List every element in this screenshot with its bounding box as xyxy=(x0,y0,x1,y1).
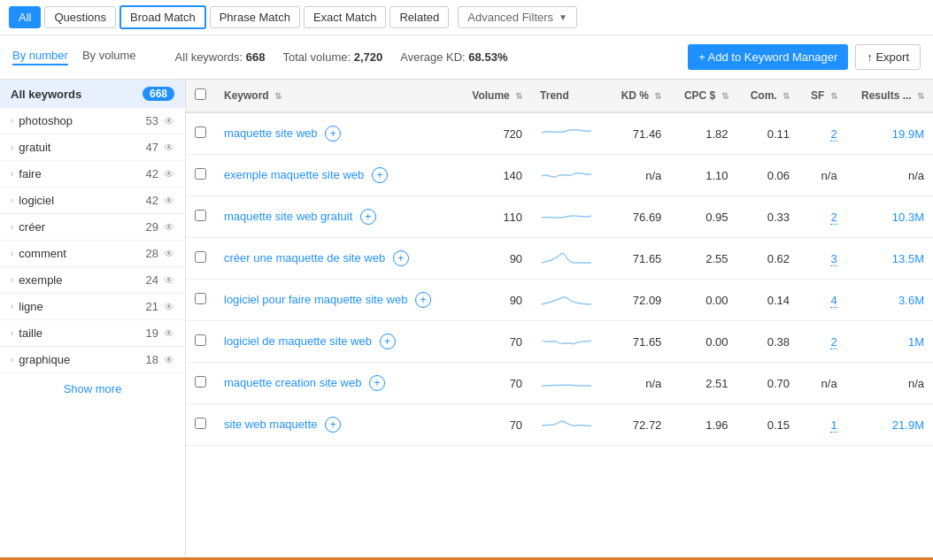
sf-link[interactable]: 2 xyxy=(830,335,837,349)
kd-cell: 76.69 xyxy=(607,196,670,238)
row-checkbox[interactable] xyxy=(195,376,206,387)
sf-link[interactable]: 2 xyxy=(830,127,837,142)
advanced-filters-dropdown[interactable]: Advanced Filters ▼ xyxy=(458,6,577,28)
eye-icon[interactable]: 👁 xyxy=(164,195,174,207)
eye-icon[interactable]: 👁 xyxy=(164,142,174,154)
add-keyword-button[interactable]: + xyxy=(360,209,376,225)
total-volume-label: Total volume: 2,720 xyxy=(282,50,382,64)
eye-icon[interactable]: 👁 xyxy=(164,115,174,127)
com-cell: 0.62 xyxy=(737,238,798,280)
com-cell: 0.15 xyxy=(737,404,798,446)
com-column-header[interactable]: Com. ⇅ xyxy=(737,80,798,112)
cpc-column-header[interactable]: CPC $ ⇅ xyxy=(670,80,736,112)
sidebar-chevron-icon: › xyxy=(11,275,13,285)
filter-btn-questions[interactable]: Questions xyxy=(44,6,116,28)
tab-by-volume[interactable]: By volume xyxy=(82,49,136,65)
add-keyword-button[interactable]: + xyxy=(325,126,341,142)
keyword-link[interactable]: maquette site web gratuit xyxy=(224,210,352,223)
sidebar-chevron-icon: › xyxy=(11,196,13,205)
row-checkbox[interactable] xyxy=(195,168,206,180)
sidebar-header: All keywords 668 xyxy=(0,80,185,108)
eye-icon[interactable]: 👁 xyxy=(164,221,174,234)
sidebar-item[interactable]: › graphique 18 👁 xyxy=(0,347,185,373)
row-checkbox[interactable] xyxy=(195,251,206,263)
eye-icon[interactable]: 👁 xyxy=(164,301,174,313)
volume-cell: 110 xyxy=(458,196,531,238)
volume-column-header[interactable]: Volume ⇅ xyxy=(458,80,531,112)
filter-btn-broad-match[interactable]: Broad Match xyxy=(120,5,206,29)
keyword-link[interactable]: maquette site web xyxy=(224,127,318,140)
filter-btn-phrase-match[interactable]: Phrase Match xyxy=(210,6,300,28)
row-checkbox[interactable] xyxy=(195,334,206,346)
add-keyword-button[interactable]: + xyxy=(393,250,409,266)
cpc-cell: 1.96 xyxy=(670,404,736,446)
filter-btn-exact-match[interactable]: Exact Match xyxy=(304,6,387,28)
stats-bar: By number By volume All keywords: 668 To… xyxy=(0,35,933,80)
sidebar-chevron-icon: › xyxy=(11,328,13,338)
sidebar-item[interactable]: › logiciel 42 👁 xyxy=(0,188,185,214)
keyword-link[interactable]: maquette creation site web xyxy=(224,376,361,389)
sidebar-all-keywords-label: All keywords xyxy=(11,88,81,101)
results-column-header[interactable]: Results ... ⇅ xyxy=(846,80,933,112)
select-all-header[interactable] xyxy=(186,80,215,112)
keyword-link[interactable]: logiciel de maquette site web xyxy=(224,334,372,348)
select-all-checkbox[interactable] xyxy=(195,88,206,100)
row-checkbox[interactable] xyxy=(195,210,206,221)
export-button[interactable]: ↑ Export xyxy=(855,44,921,70)
sidebar-item[interactable]: › faire 42 👁 xyxy=(0,161,185,188)
sidebar-item[interactable]: › créer 29 👁 xyxy=(0,214,185,241)
main-layout: All keywords 668 › photoshop 53 👁 › grat… xyxy=(0,80,933,557)
sf-cell: 3 xyxy=(798,238,846,280)
show-more-button[interactable]: Show more xyxy=(0,373,185,404)
eye-icon[interactable]: 👁 xyxy=(164,354,174,366)
sf-link[interactable]: 3 xyxy=(830,252,837,266)
sidebar-item-count: 42 xyxy=(146,194,158,207)
add-keyword-button[interactable]: + xyxy=(372,167,388,183)
sidebar-chevron-icon: › xyxy=(11,142,13,152)
sf-link[interactable]: 1 xyxy=(830,418,837,433)
eye-icon[interactable]: 👁 xyxy=(164,327,174,340)
keyword-link[interactable]: site web maquette xyxy=(224,418,318,431)
tab-by-number[interactable]: By number xyxy=(12,49,68,65)
sf-column-header[interactable]: SF ⇅ xyxy=(798,80,846,112)
row-checkbox[interactable] xyxy=(195,418,206,429)
add-keyword-button[interactable]: + xyxy=(369,375,385,391)
eye-icon[interactable]: 👁 xyxy=(164,168,174,180)
sidebar-item-label: graphique xyxy=(19,353,145,366)
keyword-link[interactable]: créer une maquette de site web xyxy=(224,251,385,265)
add-to-keyword-manager-button[interactable]: + Add to Keyword Manager xyxy=(688,44,848,70)
eye-icon[interactable]: 👁 xyxy=(164,274,174,287)
trend-cell xyxy=(531,404,607,446)
filter-btn-all[interactable]: All xyxy=(9,6,41,28)
add-keyword-button[interactable]: + xyxy=(380,334,396,349)
com-sort-icon: ⇅ xyxy=(783,91,790,101)
row-checkbox[interactable] xyxy=(195,127,206,138)
filter-btn-related[interactable]: Related xyxy=(389,6,449,28)
sidebar-item[interactable]: › exemple 24 👁 xyxy=(0,267,185,294)
keyword-column-header[interactable]: Keyword ⇅ xyxy=(215,80,458,112)
sf-cell: 1 xyxy=(798,404,846,446)
sidebar-item[interactable]: › gratuit 47 👁 xyxy=(0,134,185,161)
sidebar-item[interactable]: › ligne 21 👁 xyxy=(0,294,185,320)
sidebar-item[interactable]: › taille 19 👁 xyxy=(0,320,185,347)
trend-cell xyxy=(531,280,607,321)
sf-link[interactable]: 2 xyxy=(830,211,837,225)
sidebar-item-count: 21 xyxy=(146,300,158,313)
sidebar-item[interactable]: › comment 28 👁 xyxy=(0,241,185,267)
volume-sort-icon: ⇅ xyxy=(515,91,522,101)
sf-cell: 2 xyxy=(798,196,846,238)
com-cell: 0.70 xyxy=(737,363,798,404)
cpc-cell: 2.51 xyxy=(670,363,736,404)
add-keyword-button[interactable]: + xyxy=(325,417,341,433)
kd-cell: 71.65 xyxy=(607,321,670,363)
sf-link[interactable]: 4 xyxy=(830,294,837,308)
keyword-link[interactable]: logiciel pour faire maquette site web xyxy=(224,293,407,306)
sidebar-chevron-icon: › xyxy=(11,222,13,232)
keyword-link[interactable]: exemple maquette site web xyxy=(224,168,364,181)
add-keyword-button[interactable]: + xyxy=(415,292,431,308)
sidebar-item[interactable]: › photoshop 53 👁 xyxy=(0,108,185,134)
kd-column-header[interactable]: KD % ⇅ xyxy=(607,80,670,112)
results-cell: 3.6M xyxy=(846,280,933,321)
eye-icon[interactable]: 👁 xyxy=(164,248,174,260)
row-checkbox[interactable] xyxy=(195,293,206,304)
